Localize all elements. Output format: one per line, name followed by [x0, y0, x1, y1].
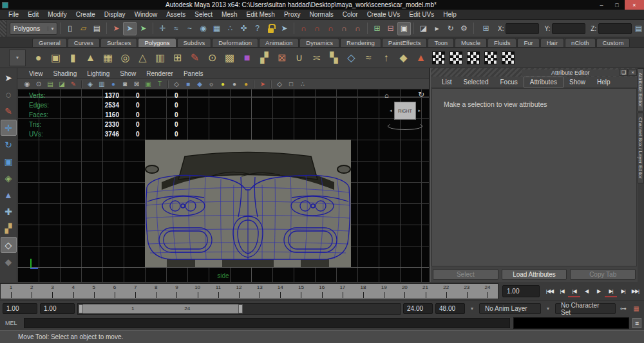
attribute-editor-menu-item[interactable]: Attributes	[524, 77, 564, 88]
absolute-transform-icon[interactable]: ⊞	[479, 22, 493, 35]
isolate-select-icon[interactable]: ➤	[257, 79, 269, 89]
timeline-tick[interactable]: 1	[1, 284, 21, 299]
timeline-tick[interactable]: 14	[270, 284, 290, 299]
mel-input[interactable]	[24, 318, 510, 328]
timeline-tick[interactable]: 5	[84, 284, 104, 299]
range-slider-track[interactable]: 1 24	[77, 303, 401, 315]
poly-merge-icon[interactable]: ◆	[395, 49, 412, 66]
anim-layer-dropdown-icon[interactable]: ▼	[468, 306, 477, 311]
poly-cone-icon[interactable]: ▲	[82, 49, 99, 66]
shelf-tab[interactable]: Muscle	[455, 38, 487, 47]
view-cube-ring[interactable]	[388, 122, 422, 130]
menu-item[interactable]: Normals	[305, 11, 338, 18]
select-component-icon[interactable]: ➤	[137, 22, 150, 35]
timeline-tick[interactable]: 12	[229, 284, 249, 299]
menu-item[interactable]: Modify	[43, 11, 71, 18]
minimize-button[interactable]: –	[594, 0, 609, 10]
cube-right-arrow[interactable]: ▸	[418, 108, 421, 113]
view-cube-face[interactable]: RIGHT	[394, 102, 416, 120]
menu-item[interactable]: Edit UVs	[404, 11, 439, 18]
poly-prism-icon[interactable]: △	[134, 49, 151, 66]
snap-point-icon[interactable]: ∩	[324, 22, 337, 35]
timeline-tick[interactable]: 11	[208, 284, 229, 299]
close-panel-icon[interactable]: ×	[629, 69, 637, 76]
shadows-icon[interactable]: ●	[229, 79, 240, 89]
playback-start-field[interactable]: 1.00	[40, 303, 75, 314]
ambient-occlusion-icon[interactable]: ●	[240, 79, 252, 89]
uv-texture-editor-icon[interactable]	[499, 49, 516, 66]
anim-layer-selector[interactable]: No Anim Layer	[479, 303, 541, 314]
menu-item[interactable]: Display	[100, 11, 130, 18]
xray-icon[interactable]: ■	[182, 79, 194, 89]
gate-mask-icon[interactable]: ▣	[142, 79, 154, 89]
shelf-tab[interactable]: PaintEffects	[382, 38, 428, 47]
use-all-lights-icon[interactable]: ●	[217, 79, 229, 89]
shelf-tab[interactable]: nCloth	[565, 38, 595, 47]
attribute-editor-menu-item[interactable]: Focus	[494, 77, 523, 87]
separator[interactable]	[254, 80, 255, 88]
attribute-editor-menu-item[interactable]: Selected	[458, 77, 495, 87]
panel-menu-item[interactable]: Shading	[48, 70, 82, 77]
animation-end-field[interactable]: 48.00	[435, 303, 465, 314]
animation-preferences-icon[interactable]: ▦	[631, 304, 641, 314]
view-cube[interactable]: ⌂ ↻ ◂ RIGHT ▸	[384, 91, 426, 131]
poly-subdivide-icon[interactable]: ▩	[221, 49, 238, 66]
handles-icon[interactable]: ✜	[237, 22, 251, 35]
timeline-tick[interactable]: 3	[42, 284, 62, 299]
attribute-editor-menu-item[interactable]: Show	[564, 77, 591, 87]
step-back-frame-button[interactable]: |◀	[556, 285, 568, 297]
attribute-editor-title-bar[interactable]: Attribute Editor ❏ ×	[431, 68, 638, 77]
menu-item[interactable]: Mesh	[217, 11, 242, 18]
uv-planar-mapping-icon[interactable]	[430, 49, 447, 66]
input-connections-icon[interactable]: ⊞	[370, 22, 384, 35]
panel-menu-item[interactable]: Renderer	[141, 70, 178, 77]
universal-manipulator-tool[interactable]: ◈	[1, 170, 17, 186]
poly-disc-icon[interactable]: ⊞	[169, 49, 186, 66]
step-forward-frame-button[interactable]: ▶|	[617, 285, 629, 297]
wireframe-icon[interactable]: ◈	[84, 79, 96, 89]
field-chart-icon[interactable]: T	[154, 79, 166, 89]
timeline-tick[interactable]: 18	[353, 284, 374, 299]
viewport-canvas[interactable]: Verts: 1370 0 0 Edges: 2534 0 0	[17, 89, 429, 282]
timeline-tick[interactable]: 19	[374, 284, 394, 299]
shelf-tab[interactable]: Polygons	[138, 38, 176, 47]
menu-item[interactable]: Create UVs	[363, 11, 405, 18]
soft-modification-tool[interactable]: ▲	[1, 187, 17, 203]
attribute-editor-button[interactable]: Load Attributes	[502, 269, 567, 280]
snap-projected-icon[interactable]: ∩	[337, 22, 351, 35]
texture-placement-icon[interactable]: ☼	[205, 79, 217, 89]
curve-icon[interactable]: ~	[183, 22, 196, 35]
current-time-field[interactable]: 1.00	[502, 285, 540, 297]
timeline-tick[interactable]: 9	[166, 284, 187, 299]
timeline-tick[interactable]: 15	[290, 284, 311, 299]
poly-cube-icon[interactable]: ▣	[47, 49, 64, 66]
construction-history-icon[interactable]: ▣	[397, 22, 411, 35]
snap-grid-icon[interactable]: ∩	[297, 22, 310, 35]
timeline-tick[interactable]: 4	[63, 284, 84, 299]
separator[interactable]	[270, 80, 272, 88]
lasso-select-tool[interactable]: ◌	[1, 86, 17, 102]
shelf-tab[interactable]: Rendering	[340, 38, 381, 47]
move-plus-icon[interactable]: ✛	[156, 22, 169, 35]
go-to-start-button[interactable]: |◀◀	[544, 285, 556, 297]
render-view-icon[interactable]: ◪	[417, 22, 430, 35]
grid-toggle-icon[interactable]: ◇	[274, 79, 285, 89]
last-tool-used[interactable]: ▞	[1, 220, 17, 236]
panel-menu-item[interactable]: Panels	[178, 70, 209, 77]
step-forward-key-button[interactable]: ▶|	[605, 285, 617, 297]
timeline-ticks[interactable]: 123456789101112131415161718192021222324	[0, 283, 498, 299]
select-object-icon[interactable]: ➤	[123, 22, 137, 35]
soft-select-icon[interactable]: ▲	[412, 49, 430, 66]
default-material-icon[interactable]: ◇	[171, 79, 182, 89]
select-camera-icon[interactable]: ◉	[21, 79, 33, 89]
timeline-tick[interactable]: 21	[415, 284, 435, 299]
smooth-mesh-preview-icon[interactable]: ■	[238, 49, 256, 66]
menu-set-selector[interactable]: Polygons ▼	[10, 23, 57, 35]
menu-item[interactable]: Proxy	[279, 11, 305, 18]
poly-reduce-icon[interactable]: ▞	[256, 49, 273, 66]
cube-left-arrow[interactable]: ◂	[390, 108, 392, 113]
sidebar-tab[interactable]: Channel Box / Layer Editor	[638, 113, 644, 183]
menu-item[interactable]: Select	[190, 11, 217, 18]
menu-item[interactable]: Edit	[23, 11, 43, 18]
scale-tool[interactable]: ▣	[1, 153, 17, 169]
